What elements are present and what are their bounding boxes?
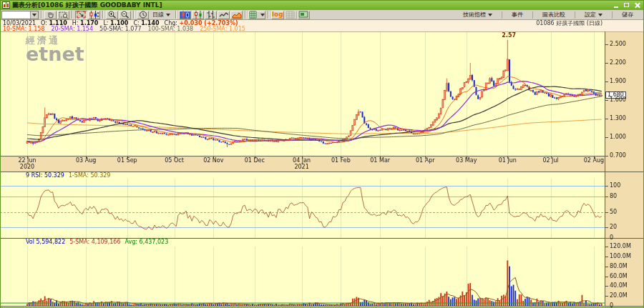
window-title: 圖表分析[01086 好孩子國際 GOODBABY INTL] — [12, 1, 162, 9]
close-icon — [635, 2, 640, 8]
zoom-out-icon — [120, 11, 130, 19]
menu-chart-compare[interactable]: 圖表比較 — [533, 11, 575, 19]
symbol-combobox[interactable] — [1, 11, 39, 19]
menu-label: 事件 — [512, 11, 523, 19]
quote-info-strip: 10/03/2021 O: 1.110 H: 1.170 L: 1.100 C:… — [0, 20, 644, 31]
chart-type-line-button[interactable] — [218, 11, 230, 19]
zoom-area-icon — [59, 11, 68, 19]
interval-label: 日線 — [152, 11, 164, 19]
chevron-down-icon — [166, 14, 170, 16]
chart-type-hollow-candle-button[interactable] — [192, 11, 204, 19]
grid-icon — [249, 11, 259, 19]
chart-canvas[interactable] — [0, 0, 644, 308]
menu-label: 圖表比較 — [542, 11, 565, 19]
interval-dropdown[interactable]: 日線 — [150, 11, 173, 19]
crosshair-icon — [77, 11, 86, 19]
chart-type-candle-button[interactable] — [179, 11, 191, 19]
line-chart-icon — [219, 11, 229, 19]
menu-events[interactable]: 事件 — [502, 11, 532, 19]
zoom-in-button[interactable] — [106, 11, 118, 19]
layout-button[interactable] — [298, 11, 310, 19]
chart-type-bar-button[interactable] — [205, 11, 217, 19]
monitor-icon — [298, 11, 308, 19]
chevron-down-icon — [32, 14, 36, 16]
grid-options-button[interactable] — [248, 11, 265, 19]
compare-grid-button — [285, 11, 297, 19]
ohlc-bar-chart-icon — [206, 11, 215, 19]
menu-technical-indicators[interactable]: 技術指標 — [454, 11, 502, 19]
chevron-down-icon — [598, 14, 602, 16]
main-toolbar: 日線 log 技術指標 事件 圖表比較 設定 — [0, 10, 644, 20]
hollow-candle-chart-icon — [193, 11, 203, 19]
app-icon — [2, 1, 10, 9]
candlestick-chart-icon — [180, 11, 190, 19]
clock-icon — [139, 11, 147, 19]
candle-measure-button[interactable] — [88, 11, 100, 19]
sma-legend-item: 100-SMA: 1.038 — [148, 26, 194, 32]
crosshair-tool-button[interactable] — [75, 11, 87, 19]
hand-icon — [46, 11, 55, 19]
menu-save[interactable]: 儲存 — [613, 11, 643, 19]
pan-tool-button[interactable] — [44, 11, 57, 19]
menu-label: 技術指標 — [463, 11, 486, 19]
menu-label: 設定 — [585, 11, 596, 19]
menu-settings[interactable]: 設定 — [575, 11, 612, 19]
maximize-button[interactable] — [622, 1, 631, 9]
sma-legend-item: 50-SMA: 1.077 — [99, 26, 142, 32]
candle-measure-icon — [89, 11, 99, 19]
window-titlebar: 圖表分析[01086 好孩子國際 GOODBABY INTL] — [0, 0, 644, 10]
maximize-icon — [624, 3, 629, 7]
menu-label: 儲存 — [622, 11, 633, 19]
chart-type-area-button[interactable] — [230, 11, 243, 19]
chevron-down-icon — [260, 14, 265, 16]
log-label: log — [272, 11, 283, 18]
history-button[interactable] — [137, 11, 149, 19]
chevron-down-icon — [488, 14, 492, 16]
minimize-icon — [614, 6, 618, 8]
zoom-area-button[interactable] — [57, 11, 69, 19]
stock-name-interval: 01086 好孩子國際 (日線) — [536, 21, 602, 26]
table-icon — [286, 11, 296, 19]
sma-legend-item: 20-SMA: 1.154 — [52, 26, 94, 32]
sma-legend-item: 250-SMA: 1.015 — [200, 26, 245, 32]
sma-legend: 10-SMA: 1.15820-SMA: 1.15450-SMA: 1.0771… — [3, 26, 245, 32]
log-scale-button[interactable]: log — [271, 11, 284, 19]
zoom-in-icon — [107, 11, 117, 19]
zoom-out-button[interactable] — [119, 11, 131, 19]
combobox-dropdown-button[interactable] — [30, 11, 38, 19]
close-button[interactable] — [633, 1, 642, 9]
minimize-button[interactable] — [611, 1, 620, 9]
toolbar-menus: 技術指標 事件 圖表比較 設定 儲存 — [454, 11, 643, 19]
area-chart-icon — [232, 11, 242, 19]
sma-legend-item: 10-SMA: 1.158 — [3, 26, 45, 32]
